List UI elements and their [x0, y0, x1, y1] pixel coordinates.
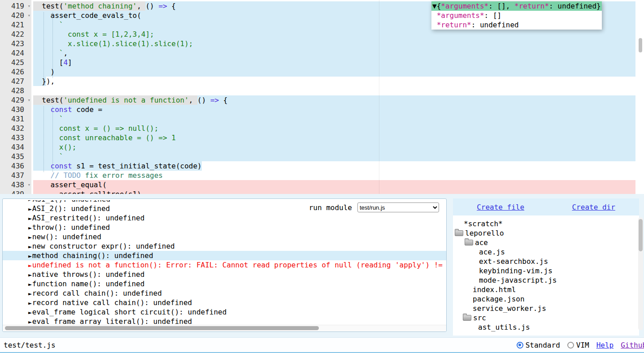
- code-line[interactable]: 426 ): [0, 67, 644, 77]
- code-line[interactable]: 434 x();: [0, 142, 644, 152]
- code-line-content[interactable]: [4]: [31, 58, 644, 67]
- code-line[interactable]: 433 const unreachable = () => 1: [0, 133, 644, 142]
- expand-arrow-icon[interactable]: ►: [28, 224, 32, 231]
- expand-arrow-icon[interactable]: ►: [28, 262, 32, 269]
- file-tree-item[interactable]: leporello: [453, 228, 639, 238]
- code-line[interactable]: 428: [0, 86, 644, 95]
- popup-header-row[interactable]: ▼{*arguments*: [], *return*: undefined}: [431, 1, 602, 11]
- file-tree-item[interactable]: ast_utils.js: [453, 323, 639, 332]
- code-token: 4: [63, 58, 68, 67]
- code-line-content[interactable]: const x = [1,2,3,4];: [31, 30, 644, 39]
- file-tree-item[interactable]: package.json: [453, 294, 639, 304]
- code-line[interactable]: 431 `: [0, 114, 644, 124]
- expand-arrow-icon[interactable]: ►: [28, 253, 32, 259]
- code-line-content[interactable]: const x = () => null();: [31, 124, 644, 133]
- code-line[interactable]: 425 [4]: [0, 58, 644, 67]
- code-line[interactable]: 432 const x = () => null();: [0, 124, 644, 133]
- expand-arrow-icon[interactable]: ►: [28, 215, 32, 222]
- help-link[interactable]: Help: [596, 341, 614, 349]
- code-line[interactable]: 437 // TODO fix error messages: [0, 171, 644, 180]
- test-result-item[interactable]: ►function name(): undefined: [3, 279, 446, 288]
- code-line[interactable]: 424 `,: [0, 48, 644, 58]
- file-tree-item[interactable]: ace: [453, 238, 639, 247]
- code-line-content[interactable]: const unreachable = () => 1: [31, 133, 644, 142]
- file-tree-item[interactable]: mode-javascript.js: [453, 276, 639, 285]
- test-result-item[interactable]: ►undefined is not a function(): Error: F…: [3, 260, 446, 270]
- code-line[interactable]: 436 const s1 = test_initial_state(code): [0, 161, 644, 171]
- test-result-item[interactable]: ►record native call chain(): undefined: [3, 298, 446, 307]
- code-line[interactable]: 430 const code =: [0, 105, 644, 114]
- file-tree-scrollbar-thumb[interactable]: [639, 219, 643, 251]
- file-tree-item[interactable]: src: [453, 313, 639, 323]
- code-line-content[interactable]: // TODO fix error messages: [31, 171, 644, 180]
- test-result-item[interactable]: ►throw(): undefined: [3, 223, 446, 232]
- line-number: 429▾: [0, 95, 31, 105]
- code-line[interactable]: 422 const x = [1,2,3,4];: [0, 30, 644, 39]
- test-result-item[interactable]: ►new(): undefined: [3, 232, 446, 241]
- code-line-content[interactable]: x.slice(1).slice(1).slice(1);: [31, 39, 644, 48]
- expand-arrow-icon[interactable]: ►: [28, 206, 32, 212]
- code-line-content[interactable]: [31, 86, 644, 95]
- file-tree-item[interactable]: *scratch*: [453, 219, 639, 228]
- code-token: `: [33, 21, 63, 29]
- code-line-content[interactable]: const code =: [31, 105, 644, 114]
- expand-arrow-icon[interactable]: ►: [28, 309, 32, 316]
- code-line-content[interactable]: `,: [31, 48, 644, 58]
- results-horizontal-scrollbar-thumb[interactable]: [5, 326, 319, 330]
- fold-arrow-icon[interactable]: ▾: [27, 1, 30, 11]
- code-line[interactable]: 427 }),: [0, 77, 644, 86]
- code-line[interactable]: 438▾ assert_equal(: [0, 180, 644, 189]
- code-line-content[interactable]: ): [31, 67, 644, 77]
- expand-arrow-icon[interactable]: ►: [28, 234, 32, 241]
- code-editor[interactable]: 419▾ test('method chaining', () => {420▾…: [0, 0, 644, 194]
- editor-vertical-scrollbar[interactable]: [639, 38, 642, 52]
- code-line-content[interactable]: `: [31, 114, 644, 124]
- code-line[interactable]: 435 `: [0, 152, 644, 161]
- code-line[interactable]: 423 x.slice(1).slice(1).slice(1);: [0, 39, 644, 48]
- vim-mode-radio[interactable]: VIM: [567, 341, 589, 349]
- test-result-item[interactable]: ►new constructor expr(): undefined: [3, 241, 446, 251]
- expand-arrow-icon[interactable]: ►: [28, 319, 32, 325]
- create-dir-link[interactable]: Create dir: [572, 203, 615, 211]
- line-number: 428: [0, 86, 31, 95]
- fold-arrow-icon[interactable]: ▾: [27, 95, 30, 105]
- radio-selected-icon[interactable]: [517, 342, 523, 349]
- file-tree-item[interactable]: ace.js: [453, 247, 639, 257]
- code-token: `: [33, 152, 63, 161]
- standard-mode-radio[interactable]: Standard: [517, 341, 560, 349]
- code-line-content[interactable]: }),: [31, 77, 644, 86]
- test-result-label: ASI_2(): undefined: [32, 204, 110, 213]
- file-tree-item[interactable]: service_worker.js: [453, 304, 639, 313]
- expand-arrow-icon[interactable]: ►: [28, 243, 32, 250]
- code-line-content[interactable]: assert_equal(: [31, 180, 644, 189]
- test-result-item[interactable]: ►ASI_restrited(): undefined: [3, 213, 446, 223]
- test-result-item[interactable]: ►eval_frame logical short circuit(): und…: [3, 307, 446, 317]
- code-line-content[interactable]: assert_calltree(s1),: [31, 189, 644, 194]
- radio-unselected-icon[interactable]: [567, 342, 574, 349]
- file-tree-item[interactable]: keybinding-vim.js: [453, 266, 639, 276]
- expand-arrow-icon[interactable]: ►: [28, 281, 32, 288]
- code-line-content[interactable]: x();: [31, 142, 644, 152]
- expand-arrow-icon[interactable]: ►: [28, 271, 32, 278]
- code-line[interactable]: 429▾ test('undefined is not a function',…: [0, 95, 644, 105]
- run-module-select[interactable]: test/run.js: [357, 202, 439, 212]
- test-result-item[interactable]: ►native throws(): undefined: [3, 270, 446, 279]
- file-tree-item[interactable]: ext-searchbox.js: [453, 257, 639, 266]
- code-line-content[interactable]: const s1 = test_initial_state(code): [31, 161, 644, 171]
- test-result-item[interactable]: ►method chaining(): undefined: [3, 251, 446, 260]
- create-file-link[interactable]: Create file: [477, 203, 524, 211]
- line-number: 434: [0, 142, 31, 152]
- test-result-item[interactable]: ►record call chain(): undefined: [3, 288, 446, 298]
- github-link[interactable]: Github: [621, 341, 644, 349]
- file-tree-item[interactable]: index.html: [453, 285, 639, 294]
- expand-arrow-icon[interactable]: ►: [28, 300, 32, 306]
- code-line-content[interactable]: test('undefined is not a function', () =…: [31, 95, 644, 105]
- fold-arrow-icon[interactable]: ▾: [27, 180, 30, 189]
- test-result-label: undefined is not a function(): Error: FA…: [32, 261, 443, 269]
- expand-arrow-icon[interactable]: ►: [28, 290, 32, 297]
- line-number-text: 434: [11, 143, 24, 151]
- code-line-content[interactable]: `: [31, 152, 644, 161]
- code-line[interactable]: 439 assert_calltree(s1),: [0, 189, 644, 194]
- line-number-text: 430: [11, 105, 24, 114]
- fold-arrow-icon[interactable]: ▾: [27, 11, 30, 20]
